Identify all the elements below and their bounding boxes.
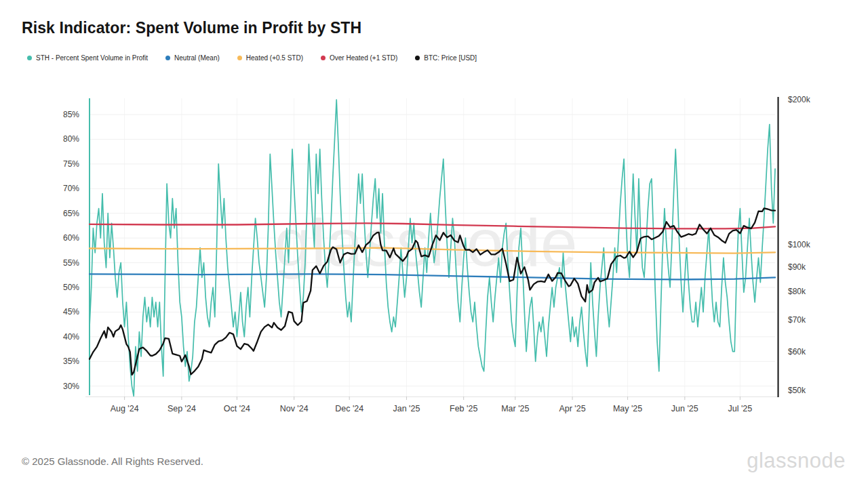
x-axis-label: Jun '25: [671, 404, 698, 413]
x-axis-label: Nov '24: [280, 404, 309, 413]
left-axis-label: 35%: [63, 357, 79, 366]
right-axis-label: $70k: [788, 315, 806, 325]
x-axis-label: Dec '24: [335, 404, 363, 413]
copyright-text: © 2025 Glassnode. All Rights Reserved.: [22, 455, 203, 467]
right-axis-label: $80k: [788, 287, 806, 296]
x-axis-label: Mar '25: [501, 404, 529, 413]
left-axis-label: 70%: [63, 184, 79, 193]
right-axis-label: $100k: [788, 240, 811, 249]
chart-canvas[interactable]: glassnodeAug '24Sep '24Oct '24Nov '24Dec…: [0, 0, 868, 488]
x-axis-label: Oct '24: [224, 404, 250, 413]
right-axis-label: $50k: [788, 386, 806, 395]
left-axis-label: 45%: [63, 307, 79, 317]
glassnode-logo: glassnode: [747, 449, 846, 473]
glassnode-chart-page: { "title": "Risk Indicator: Spent Volume…: [0, 0, 868, 488]
left-axis-label: 65%: [63, 209, 79, 218]
left-axis-label: 60%: [63, 233, 79, 243]
right-axis-label: $90k: [788, 262, 806, 272]
right-axis-label: $60k: [788, 347, 806, 357]
x-axis-label: May '25: [613, 404, 642, 413]
x-axis-label: Jul '25: [728, 404, 752, 413]
left-axis-label: 55%: [63, 258, 79, 268]
x-axis-label: Feb '25: [450, 404, 477, 413]
left-axis-label: 85%: [63, 110, 79, 119]
left-axis-label: 40%: [63, 332, 79, 342]
left-axis-label: 80%: [63, 134, 79, 144]
x-axis-label: Apr '25: [559, 404, 585, 413]
left-axis-label: 50%: [63, 283, 79, 292]
x-axis-label: Sep '24: [167, 404, 196, 413]
sth-spent-volume-line: [90, 100, 775, 396]
x-axis-label: Aug '24: [111, 404, 139, 413]
right-axis-label: $200k: [788, 95, 811, 104]
left-axis-label: 30%: [63, 382, 79, 391]
watermark-text: glassnode: [275, 205, 578, 280]
left-axis-label: 75%: [63, 159, 79, 169]
x-axis-label: Jan '25: [393, 404, 420, 413]
